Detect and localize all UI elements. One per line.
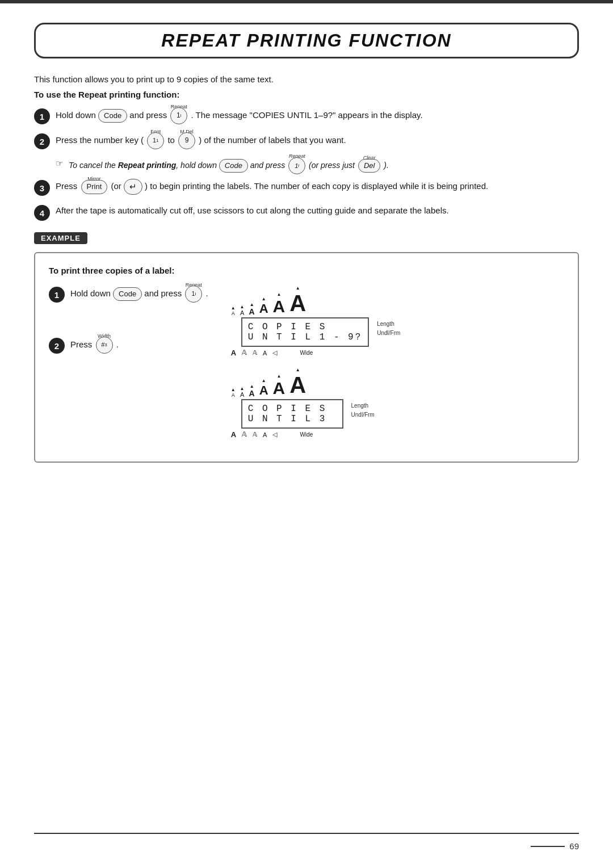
ex-step-2-num: 2 [49,338,65,354]
lcd-undl-2: Undl/Frm [351,410,375,420]
lcd-screen-1-wrapper: C O P I E S U N T I L 1 - 9? Length Undl… [225,317,370,347]
print-key-wrapper: Mirror Print [81,179,108,194]
font-b5: ▲A [273,374,285,398]
title-box: REPEAT PRINTING FUNCTION [34,23,579,58]
example-content: 1 Hold down Code and press Repeat 1i . [49,286,564,449]
font-b4: ▲A [259,378,268,398]
ex-repeat-key: 1i [185,286,202,303]
lcd-screen-2-wrapper: C O P I E S U N T I L 3 Length Undl/Frm [225,399,343,429]
footer-line [531,846,565,847]
font-b1: ▲A [231,387,236,398]
wide-label-1: Wide [300,350,313,356]
example-label: EXAMPLE [34,232,87,244]
note-code-key: Code [219,159,248,173]
bottom-B-serif2: 𝔸 [253,431,257,438]
note-repeat-key-wrapper: Repeat 1i [288,157,305,174]
font-a6: ▲A [289,286,306,316]
note-del-key-wrapper: Clear Del [358,159,381,173]
page-number: 69 [569,841,579,851]
step-1-content: Hold down Code and press Repeat 1i . The… [56,107,579,124]
ex-step-1: 1 Hold down Code and press Repeat 1i . [49,286,208,303]
lcd-side-2: Length Undl/Frm [351,401,375,420]
ex-step-2-content: Press Width #3 . [70,337,208,354]
mdel-9-key-wrapper: M.Del 9 [178,132,195,149]
ex-step-2: 2 Press Width #3 . [49,337,208,354]
step-1: 1 Hold down Code and press Repeat 1i . T… [34,107,579,124]
lcd-bottom-1: A 𝔸 𝔸 A ◁ Wide [225,349,564,357]
ex-repeat-key-wrapper: Repeat 1i [185,286,202,303]
lcd-display-2: ▲A ▲A ▲A ▲A ▲A [225,367,564,439]
step-2: 2 Press the number key ( Font 11 to M.De… [34,132,579,149]
lcd-bottom-2: A 𝔸 𝔸 A ◁ Wide [225,430,564,439]
repeat-1-key-wrapper: Repeat 1i [170,107,187,124]
example-section: EXAMPLE To print three copies of a label… [34,232,579,463]
font-a1: ▲A [231,305,236,316]
step-3: 3 Press Mirror Print (or ↵ ) to begin pr… [34,179,579,196]
font-a4: ▲A [259,296,268,316]
lcd-display-1: ▲A ▲A ▲A ▲A ▲A [225,286,564,357]
lcd-line2-2: U N T I L 3 [248,414,337,424]
step-2-content: Press the number key ( Font 11 to M.Del … [56,132,579,149]
step-3-content: Press Mirror Print (or ↵ ) to begin prin… [56,179,579,195]
bottom-B-bold: A [231,430,236,439]
lcd-line1-2: U N T I L 1 - 9? [248,332,363,342]
ex-step-1-content: Hold down Code and press Repeat 1i . [70,286,208,303]
enter-key: ↵ [124,179,142,195]
step-4-number: 4 [34,205,50,221]
ex-width-key-wrapper: Width #3 [96,337,113,354]
font-b2: ▲A [240,386,245,398]
bottom-b-small: A [263,431,267,438]
repeat-1-key: 1i [170,107,187,124]
note-icon: ☞ [56,158,63,169]
example-title: To print three copies of a label: [49,266,564,275]
bottom-A-serif2: 𝔸 [253,349,257,357]
note-content: To cancel the Repeat printing, hold down… [69,157,389,174]
font-a5: ▲A [273,292,285,316]
font-a2: ▲A [240,304,245,316]
step-1-number: 1 [34,108,50,124]
lcd-side-1: Length Undl/Frm [377,320,400,338]
example-box: To print three copies of a label: 1 Hold… [34,252,579,463]
bottom-B-serif: 𝔸 [242,430,247,439]
note-repeat-key: 1i [288,157,305,174]
top-border [0,0,613,3]
font-1-key-wrapper: Font 11 [147,132,164,149]
step-4-content: After the tape is automatically cut off,… [56,204,579,217]
wide-label-2: Wide [300,431,313,438]
subheading: To use the Repeat printing function: [34,90,579,99]
page: REPEAT PRINTING FUNCTION This function a… [0,0,613,868]
lcd-screen-2: C O P I E S U N T I L 3 [241,399,343,429]
lcd-length-1: Length [377,320,400,329]
font-1-key: 11 [147,132,164,149]
step-4: 4 After the tape is automatically cut of… [34,204,579,221]
bottom-border [34,833,579,834]
font-b3: ▲A [249,384,255,398]
page-title: REPEAT PRINTING FUNCTION [47,30,566,51]
note-del-key: Del [358,159,381,173]
font-b6: ▲A [289,367,306,398]
step-2-number: 2 [34,133,50,149]
bottom-A-bold: A [231,349,236,357]
mdel-9-key: 9 [178,132,195,149]
example-right: ▲A ▲A ▲A ▲A ▲A [225,286,564,449]
page-footer: 69 [531,841,579,851]
lcd-screen-1: C O P I E S U N T I L 1 - 9? [241,317,370,347]
bottom-A-serif: 𝔸 [242,349,247,357]
note-line: ☞ To cancel the Repeat printing, hold do… [56,157,579,174]
print-key: Print [81,180,108,194]
lcd-length-2: Length [351,401,375,410]
lcd-line1-1: C O P I E S [248,322,363,332]
ex-step-1-num: 1 [49,287,65,303]
example-left: 1 Hold down Code and press Repeat 1i . [49,286,208,362]
code-key: Code [98,109,127,123]
ex-code-key: Code [113,287,142,301]
step-3-number: 3 [34,180,50,196]
bottom-arrow: ◁ [272,349,277,357]
font-a3: ▲A [249,302,255,316]
ex-width-key: #3 [96,337,113,354]
bottom-b-arrow: ◁ [272,431,277,438]
intro-text: This function allows you to print up to … [34,74,579,84]
lcd-undl-1: Undl/Frm [377,329,400,338]
lcd-line2-1: C O P I E S [248,404,337,414]
bottom-a-small: A [263,350,267,357]
